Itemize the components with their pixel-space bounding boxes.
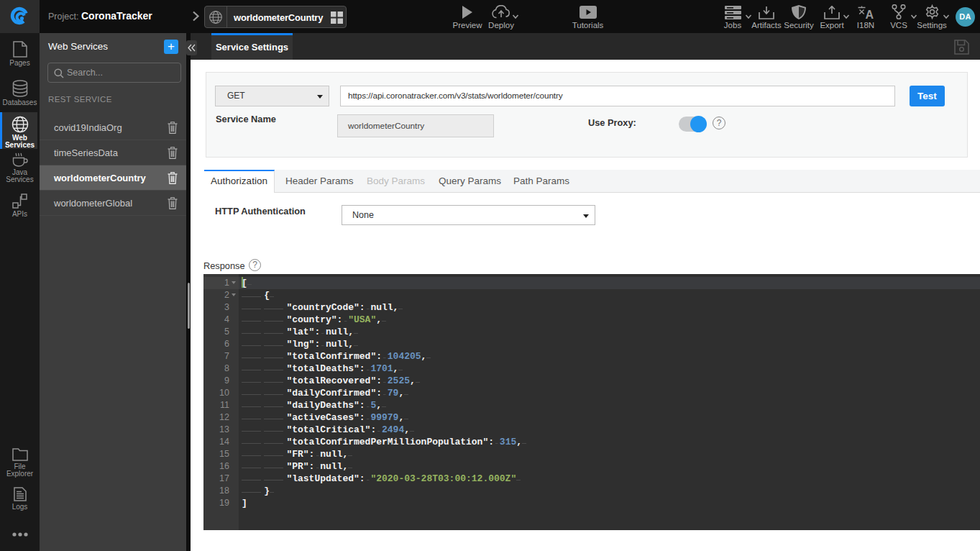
svg-text:A: A (866, 9, 874, 19)
